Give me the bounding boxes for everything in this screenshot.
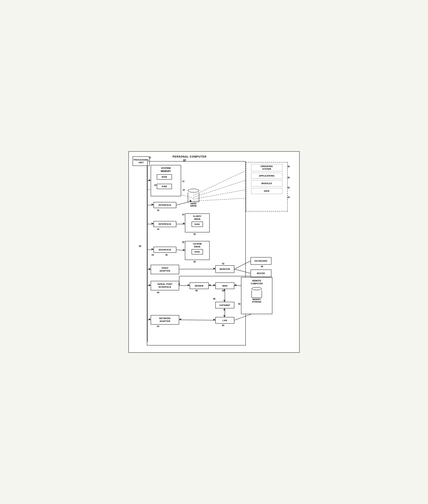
system-memory-outer: SYSTEMMEMORY ROM 18 20 RAM <box>151 165 181 196</box>
network-adapter-box: NETWORKADAPTER <box>151 315 179 325</box>
app-number: 40 <box>288 176 290 179</box>
mem-cylinder-top <box>251 287 262 290</box>
network-number: 64 <box>157 325 159 328</box>
system-memory-label: SYSTEMMEMORY <box>151 167 181 173</box>
data-box: DATA <box>251 188 282 194</box>
wan-label: WAN <box>222 285 227 287</box>
disk2-number: 30 <box>193 261 196 263</box>
serial-port-box: SERIAL PORTINTERFACE <box>151 281 179 290</box>
serial-port-number: 50 <box>157 291 159 294</box>
interface3-label: INTERFACE <box>159 248 171 251</box>
remote-number: 56 <box>238 303 240 305</box>
keyboard-number: 46 <box>261 265 263 268</box>
interface3-number: 36 <box>165 254 168 256</box>
lan-label: LAN <box>222 319 227 321</box>
wan-number: 62 <box>222 289 224 292</box>
modules-label: MODULES <box>262 182 272 184</box>
hard-drive: HARDDRIVE <box>188 189 199 207</box>
network-adapter-label: NETWORKADAPTER <box>159 317 171 323</box>
cylinder-body <box>188 192 199 202</box>
modem-box: MODEM <box>190 282 209 289</box>
pc-title: PERSONAL COMPUTER <box>173 155 206 158</box>
interface1-label: INTERFACE <box>159 204 171 206</box>
cdrom-number: 28 <box>182 241 184 243</box>
interface3-box: INTERFACE <box>154 247 176 253</box>
os-box: OPERATINGSYSTEM <box>251 164 282 171</box>
lan-box: LAN <box>215 317 234 324</box>
cdrom-outer: CD-ROMDRIVE DISK <box>185 241 210 260</box>
os-dashed-border: OPERATINGSYSTEM APPLICATIONS MODULES DAT… <box>246 162 288 212</box>
lan-number: 60 <box>222 324 224 327</box>
applications-box: APPLICATIONS <box>251 173 282 179</box>
processing-unit-label: PROCESSINGUNIT <box>134 159 148 164</box>
mem-cylinder-body <box>251 290 262 298</box>
monitor-box: MONITOR <box>215 265 234 273</box>
disk1-box: DISK <box>191 222 203 227</box>
disk2-box: DISK <box>191 249 203 255</box>
disk1-number: 26 <box>193 233 196 235</box>
sm-number: 14 <box>182 180 184 183</box>
ram-label: RAM <box>162 185 167 188</box>
data-label: DATA <box>264 190 270 192</box>
mouse-box: MOUSE <box>251 270 272 277</box>
ram-box: RAM <box>157 184 172 189</box>
applications-label: APPLICATIONS <box>259 175 274 177</box>
memory-storage-cylinder: MEMORYSTORAGE <box>241 287 272 303</box>
modem-number: 66 <box>195 289 198 292</box>
mod-number: 42 <box>288 186 290 189</box>
video-adapter-box: VIDEOADAPTER <box>151 265 179 274</box>
interface1-box: INTERFACE <box>154 202 176 208</box>
cdrom-label: CD-ROMDRIVE <box>185 242 209 248</box>
rom-label: ROM <box>162 176 167 178</box>
pc-number: 10 <box>183 159 186 161</box>
diagram-container: PERSONAL COMPUTER 10 PROCESSINGUNIT 12 S… <box>128 151 300 353</box>
interface2-number: 34 <box>157 228 159 230</box>
os-label: OPERATINGSYSTEM <box>261 165 273 170</box>
modules-box: MODULES <box>251 180 282 186</box>
hard-drive-label: HARDDRIVE <box>190 202 197 207</box>
floppy-number: 24 <box>182 213 184 216</box>
video-adapter-label: VIDEOADAPTER <box>160 267 170 272</box>
floppy-label: FLOPPYDRIVE <box>185 215 209 221</box>
rom-box: ROM <box>157 174 172 180</box>
floppy-outer: FLOPPYDRIVE DISK <box>185 213 210 232</box>
interface2-label: INTERFACE <box>159 223 171 225</box>
wan-box: WAN <box>215 282 234 289</box>
interface1-number: 32 <box>157 209 159 211</box>
serial-port-label: SERIAL PORTINTERFACE <box>157 283 172 289</box>
monitor-label: MONITOR <box>220 268 230 270</box>
monitor-number: 52 <box>222 263 224 265</box>
gateway-label: GATEWAY <box>219 304 230 306</box>
rom-number: 18 <box>154 184 156 186</box>
pu-number: 12 <box>149 156 151 159</box>
system-bus-label: 16 <box>139 245 141 248</box>
disk1-label: DISK <box>195 223 200 225</box>
interface2-box: INTERFACE <box>154 221 176 227</box>
remote-computer-label: REMOTECOMPUTER <box>241 279 272 285</box>
gateway-box: GATEWAY <box>215 302 234 308</box>
cylinder-top <box>188 189 199 192</box>
modem-label: MODEM <box>195 285 204 287</box>
remote-computer-border: REMOTECOMPUTER MEMORYSTORAGE <box>241 277 272 314</box>
processing-unit-box: PROCESSINGUNIT <box>132 156 150 166</box>
disk2-label: DISK <box>195 251 200 253</box>
os-number: 38 <box>288 165 290 168</box>
data-number: 44 <box>288 196 290 198</box>
gateway-68: 68 <box>213 298 215 300</box>
interface3-left-number: 54 <box>152 254 154 256</box>
memory-storage-label: MEMORYSTORAGE <box>252 298 261 303</box>
mouse-label: MOUSE <box>257 272 265 274</box>
keyboard-box: KEYBOARD <box>251 257 272 265</box>
keyboard-label: KEYBOARD <box>255 260 267 262</box>
hard-drive-number: 22 <box>183 189 185 191</box>
